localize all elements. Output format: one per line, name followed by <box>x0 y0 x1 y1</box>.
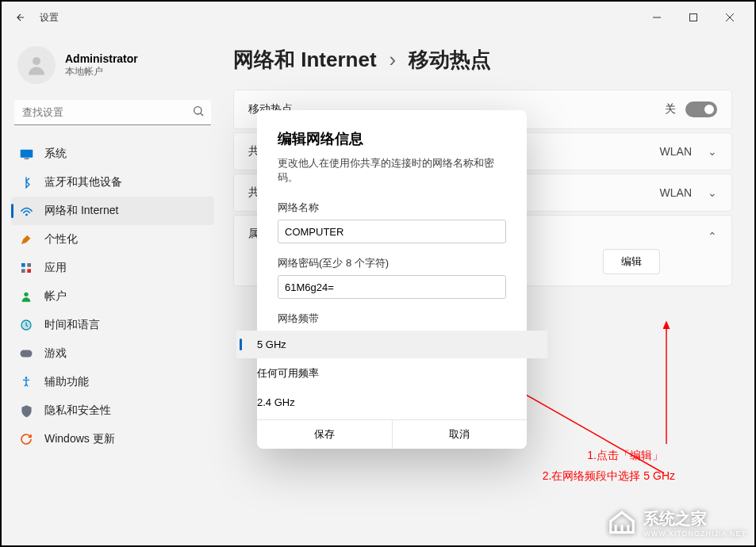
svg-point-14 <box>24 293 28 296</box>
privacy-icon <box>19 404 33 418</box>
dialog-title: 编辑网络信息 <box>278 129 506 148</box>
maximize-button[interactable] <box>675 5 712 30</box>
band-option[interactable]: 任何可用频率 <box>236 358 547 388</box>
annotation-text-2: 2.在网络频段中选择 5 GHz <box>543 469 675 484</box>
sidebar-item-apps[interactable]: 应用 <box>11 254 214 282</box>
gaming-icon <box>19 346 33 361</box>
user-subtitle: 本地帐户 <box>65 65 138 78</box>
svg-point-4 <box>33 57 40 65</box>
sidebar-item-personalize[interactable]: 个性化 <box>11 225 214 254</box>
band-label: 网络频带 <box>278 312 506 326</box>
window-title: 设置 <box>40 11 59 25</box>
personalize-icon <box>19 232 33 247</box>
band-options: 5 GHz任何可用频率2.4 GHz <box>236 331 547 416</box>
chevron-down-icon: ⌄ <box>708 145 717 158</box>
band-option[interactable]: 5 GHz <box>236 331 547 358</box>
svg-point-5 <box>194 107 201 114</box>
search-input[interactable] <box>14 100 211 125</box>
band-option[interactable]: 2.4 GHz <box>236 388 547 416</box>
sidebar-item-accessibility[interactable]: 辅助功能 <box>11 368 214 396</box>
title-bar: 设置 <box>2 2 754 33</box>
avatar <box>17 46 56 84</box>
breadcrumb-parent[interactable]: 网络和 Internet <box>233 46 377 74</box>
svg-rect-10 <box>21 263 25 267</box>
sidebar-item-gaming[interactable]: 游戏 <box>11 339 214 368</box>
sidebar-item-label: 网络和 Internet <box>44 204 118 218</box>
sidebar-item-label: 蓝牙和其他设备 <box>44 175 122 189</box>
system-icon <box>19 147 33 161</box>
sidebar-item-label: 时间和语言 <box>44 318 100 332</box>
dialog-description: 更改他人在使用你共享的连接时的网络名称和密码。 <box>278 156 506 185</box>
card-value: WLAN <box>660 186 692 199</box>
svg-rect-7 <box>20 149 33 157</box>
chevron-right-icon: › <box>390 48 397 72</box>
svg-point-9 <box>25 214 28 216</box>
svg-rect-1 <box>690 14 697 21</box>
minimize-button[interactable] <box>639 5 675 30</box>
svg-rect-11 <box>27 263 31 267</box>
sidebar-item-accounts[interactable]: 帐户 <box>11 282 214 311</box>
password-label: 网络密码(至少 8 个字符) <box>278 256 506 270</box>
back-button[interactable] <box>8 5 33 30</box>
update-icon <box>19 432 33 446</box>
svg-rect-17 <box>21 350 33 358</box>
user-block[interactable]: Administrator 本地帐户 <box>11 33 214 100</box>
chevron-down-icon: ⌄ <box>708 186 717 199</box>
network-password-input[interactable] <box>278 275 506 299</box>
sidebar-item-label: 游戏 <box>44 346 67 361</box>
sidebar-item-time[interactable]: 时间和语言 <box>11 311 214 339</box>
sidebar-item-privacy[interactable]: 隐私和安全性 <box>11 396 214 425</box>
time-icon <box>19 318 33 332</box>
close-button[interactable] <box>712 5 748 30</box>
edit-button[interactable]: 编辑 <box>603 249 660 274</box>
sidebar-item-label: 帐户 <box>44 289 67 304</box>
bluetooth-icon <box>19 175 33 189</box>
user-name: Administrator <box>65 52 138 65</box>
window-controls <box>639 5 748 30</box>
svg-point-18 <box>25 377 28 379</box>
toggle-state: 关 <box>665 102 676 117</box>
sidebar-item-system[interactable]: 系统 <box>11 140 214 168</box>
card-value: WLAN <box>660 145 692 158</box>
save-button[interactable]: 保存 <box>257 420 393 449</box>
watermark: 系统之家 WWW.XITONGZHIJIA.NET <box>607 507 746 537</box>
sidebar-item-label: Windows 更新 <box>44 432 115 446</box>
sidebar-item-label: 辅助功能 <box>44 375 89 389</box>
sidebar-item-update[interactable]: Windows 更新 <box>11 425 214 453</box>
edit-network-dialog: 编辑网络信息 更改他人在使用你共享的连接时的网络名称和密码。 网络名称 网络密码… <box>257 110 527 449</box>
apps-icon <box>19 261 33 275</box>
svg-rect-13 <box>27 269 31 273</box>
sidebar-item-network[interactable]: 网络和 Internet <box>11 197 214 225</box>
svg-point-16 <box>21 320 31 330</box>
watermark-url: WWW.XITONGZHIJIA.NET <box>643 530 746 537</box>
toggle-switch[interactable] <box>685 101 717 117</box>
watermark-name: 系统之家 <box>643 510 707 527</box>
name-label: 网络名称 <box>278 201 506 215</box>
breadcrumb: 网络和 Internet › 移动热点 <box>233 46 732 74</box>
network-icon <box>19 204 33 218</box>
sidebar-item-label: 个性化 <box>44 232 78 247</box>
network-name-input[interactable] <box>278 220 506 243</box>
sidebar-item-bluetooth[interactable]: 蓝牙和其他设备 <box>11 168 214 197</box>
accounts-icon <box>19 289 33 304</box>
sidebar-item-label: 应用 <box>44 261 67 275</box>
svg-line-6 <box>201 113 203 116</box>
nav-list: 系统蓝牙和其他设备网络和 Internet个性化应用帐户时间和语言游戏辅助功能隐… <box>11 135 214 453</box>
cancel-button[interactable]: 取消 <box>393 420 528 449</box>
chevron-up-icon: ⌃ <box>708 230 717 243</box>
accessibility-icon <box>19 375 33 389</box>
sidebar: Administrator 本地帐户 系统蓝牙和其他设备网络和 Internet… <box>2 33 224 545</box>
sidebar-item-label: 隐私和安全性 <box>44 404 111 418</box>
svg-rect-12 <box>21 269 25 273</box>
breadcrumb-current: 移动热点 <box>409 46 491 74</box>
svg-rect-8 <box>24 158 29 159</box>
annotation-text-1: 1.点击「编辑」 <box>587 449 663 463</box>
sidebar-item-label: 系统 <box>44 147 67 161</box>
search-icon <box>192 105 205 120</box>
